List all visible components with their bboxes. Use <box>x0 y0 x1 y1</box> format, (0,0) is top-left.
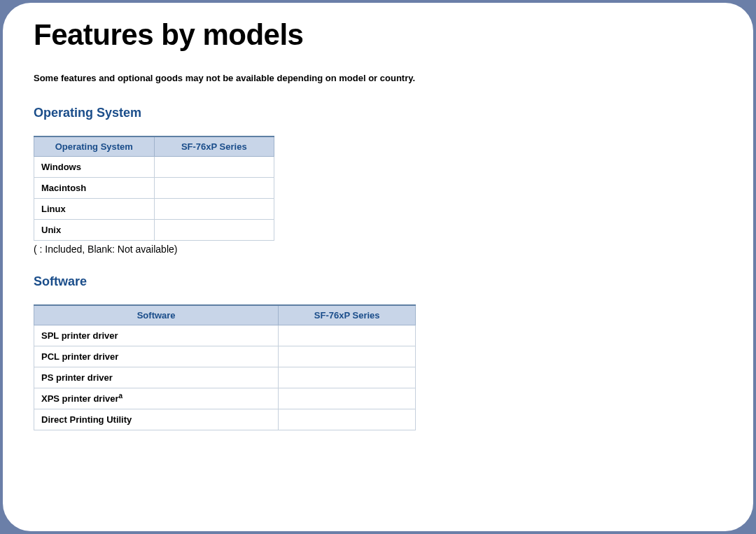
os-table: Operating System SF-76xP Series Windows … <box>34 136 274 241</box>
sw-row-value <box>279 325 416 346</box>
table-row: SPL printer driver <box>34 325 416 346</box>
sw-row-label: PCL printer driver <box>34 346 279 367</box>
table-row: PCL printer driver <box>34 346 416 367</box>
page-title: Features by models <box>34 18 722 52</box>
table-row: Macintosh <box>34 178 274 199</box>
sw-row-label: PS printer driver <box>34 367 279 388</box>
table-row: PS printer driver <box>34 367 416 388</box>
sw-row-value <box>279 388 416 409</box>
os-row-value <box>154 220 274 241</box>
intro-text: Some features and optional goods may not… <box>34 73 722 83</box>
sw-table-header-col1: Software <box>34 305 279 325</box>
os-table-legend: ( : Included, Blank: Not available) <box>34 244 722 255</box>
sw-row-label: XPS printer drivera <box>34 388 279 409</box>
os-table-header-col1: Operating System <box>34 136 155 157</box>
table-row: Linux <box>34 199 274 220</box>
sw-row-value <box>279 409 416 430</box>
table-row: XPS printer drivera <box>34 388 416 409</box>
section-heading-os: Operating System <box>34 106 722 120</box>
table-row: Windows <box>34 157 274 178</box>
sw-table-header-col2: SF-76xP Series <box>279 305 416 325</box>
os-row-label: Windows <box>34 157 155 178</box>
sw-row-label: SPL printer driver <box>34 325 279 346</box>
table-row: Direct Printing Utility <box>34 409 416 430</box>
os-row-value <box>154 199 274 220</box>
sw-table: Software SF-76xP Series SPL printer driv… <box>34 304 416 430</box>
sw-row-value <box>279 346 416 367</box>
document-page: Features by models Some features and opt… <box>3 3 753 531</box>
sw-row-label: Direct Printing Utility <box>34 409 279 430</box>
os-table-header-col2: SF-76xP Series <box>154 136 274 157</box>
sw-row-value <box>279 367 416 388</box>
section-heading-sw: Software <box>34 274 722 289</box>
os-row-label: Macintosh <box>34 178 155 199</box>
os-row-value <box>154 178 274 199</box>
table-row: Unix <box>34 220 274 241</box>
os-row-value <box>154 157 274 178</box>
os-row-label: Unix <box>34 220 155 241</box>
os-row-label: Linux <box>34 199 155 220</box>
